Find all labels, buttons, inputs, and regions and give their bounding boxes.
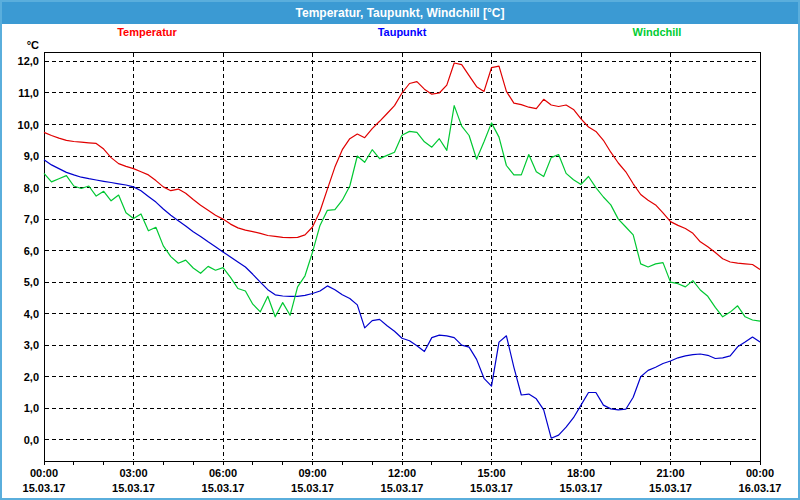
svg-text:0,0: 0,0 bbox=[24, 434, 39, 446]
svg-text:06:00: 06:00 bbox=[209, 467, 237, 479]
svg-text:09:00: 09:00 bbox=[298, 467, 326, 479]
app-window: Temperatur, Taupunkt, Windchill [°C] Tem… bbox=[0, 0, 800, 500]
chart-plot-area: 12,011,010,09,08,07,06,05,04,03,02,01,00… bbox=[2, 2, 800, 500]
svg-text:03:00: 03:00 bbox=[119, 467, 147, 479]
svg-text:°C: °C bbox=[27, 39, 39, 51]
svg-text:1,0: 1,0 bbox=[24, 402, 39, 414]
svg-text:15:00: 15:00 bbox=[477, 467, 505, 479]
svg-text:12,0: 12,0 bbox=[18, 55, 39, 67]
svg-text:15.03.17: 15.03.17 bbox=[23, 482, 66, 494]
svg-text:10,0: 10,0 bbox=[18, 119, 39, 131]
svg-text:11,0: 11,0 bbox=[18, 87, 39, 99]
svg-text:15.03.17: 15.03.17 bbox=[381, 482, 424, 494]
svg-text:6,0: 6,0 bbox=[24, 245, 39, 257]
svg-text:4,0: 4,0 bbox=[24, 308, 39, 320]
svg-text:15.03.17: 15.03.17 bbox=[649, 482, 692, 494]
svg-text:7,0: 7,0 bbox=[24, 213, 39, 225]
svg-text:15.03.17: 15.03.17 bbox=[560, 482, 603, 494]
svg-text:9,0: 9,0 bbox=[24, 150, 39, 162]
svg-text:21:00: 21:00 bbox=[656, 467, 684, 479]
svg-text:15.03.17: 15.03.17 bbox=[112, 482, 155, 494]
svg-text:3,0: 3,0 bbox=[24, 339, 39, 351]
svg-text:12:00: 12:00 bbox=[388, 467, 416, 479]
svg-text:15.03.17: 15.03.17 bbox=[291, 482, 334, 494]
svg-text:00:00: 00:00 bbox=[746, 467, 774, 479]
svg-text:00:00: 00:00 bbox=[30, 467, 58, 479]
svg-text:8,0: 8,0 bbox=[24, 182, 39, 194]
svg-text:15.03.17: 15.03.17 bbox=[202, 482, 245, 494]
svg-text:5,0: 5,0 bbox=[24, 276, 39, 288]
svg-text:2,0: 2,0 bbox=[24, 371, 39, 383]
svg-text:15.03.17: 15.03.17 bbox=[470, 482, 513, 494]
svg-text:18:00: 18:00 bbox=[567, 467, 595, 479]
svg-text:16.03.17: 16.03.17 bbox=[739, 482, 782, 494]
